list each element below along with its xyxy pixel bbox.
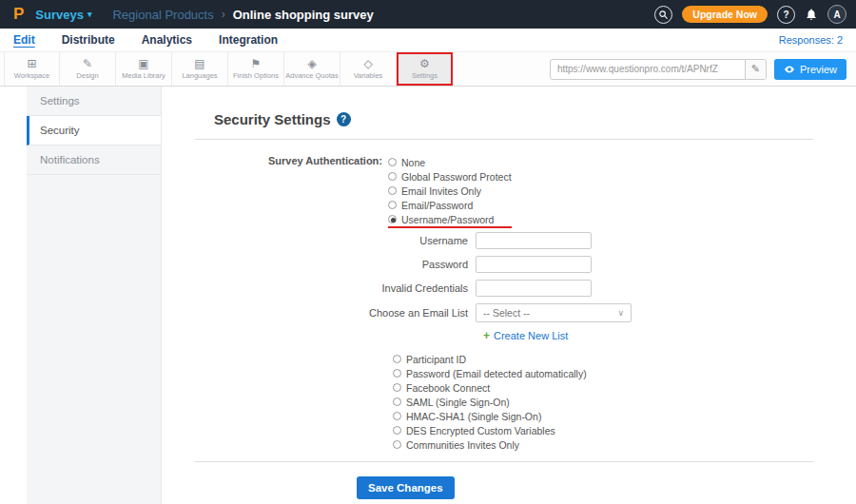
username-field[interactable] bbox=[476, 232, 592, 249]
nav-tab-integration[interactable]: Integration bbox=[219, 33, 278, 47]
radio-option-communities-invites[interactable]: Communities Invites Only bbox=[393, 437, 813, 452]
radio-option-saml[interactable]: SAML (Single Sign-On) bbox=[393, 395, 813, 409]
nav-tab-distribute[interactable]: Distribute bbox=[62, 33, 115, 47]
survey-url-box: https://www.questionpro.com/t/APNrfZ ✎ bbox=[550, 59, 767, 80]
radio-option-des-encrypted[interactable]: DES Encrypted Custom Variables bbox=[393, 423, 813, 437]
user-avatar[interactable]: A bbox=[827, 5, 846, 24]
workspace-icon: ⊞ bbox=[27, 58, 36, 69]
surveys-menu[interactable]: Surveys ▾ bbox=[35, 8, 91, 22]
radio-option-username-password[interactable]: Username/Password bbox=[388, 212, 512, 226]
toolbar-item-media-library[interactable]: ▣ Media Library bbox=[116, 52, 172, 86]
toolbar-item-label: Finish Options bbox=[233, 71, 279, 80]
top-bar: P Surveys ▾ Regional Products › Online s… bbox=[0, 0, 856, 29]
invalid-credentials-row: Invalid Credentials bbox=[195, 280, 813, 297]
radio-icon[interactable] bbox=[388, 186, 397, 195]
radio-icon[interactable] bbox=[393, 440, 401, 449]
radio-option-hmac-sha1[interactable]: HMAC-SHA1 (Single Sign-On) bbox=[393, 409, 813, 423]
toolbar-item-variables[interactable]: ◇ Variables bbox=[340, 52, 397, 86]
questionpro-logo[interactable]: P bbox=[10, 5, 28, 24]
radio-label: Username/Password bbox=[401, 214, 494, 225]
help-icon[interactable]: ? bbox=[777, 6, 795, 24]
radio-icon[interactable] bbox=[393, 412, 401, 420]
radio-icon-selected[interactable] bbox=[388, 215, 397, 223]
radio-label: HMAC-SHA1 (Single Sign-On) bbox=[406, 411, 541, 422]
breadcrumb-parent[interactable]: Regional Products bbox=[112, 8, 213, 22]
preview-button[interactable]: Preview bbox=[774, 59, 846, 80]
nav-tab-analytics[interactable]: Analytics bbox=[142, 33, 192, 47]
toolbar-item-label: Variables bbox=[354, 71, 383, 80]
radio-icon[interactable] bbox=[393, 383, 401, 392]
save-changes-button[interactable]: Save Changes bbox=[357, 476, 455, 499]
finish-options-icon: ⚑ bbox=[251, 58, 262, 69]
radio-label: Password (Email detected automatically) bbox=[406, 368, 587, 379]
nav-tab-edit[interactable]: Edit bbox=[13, 33, 35, 47]
password-field[interactable] bbox=[476, 256, 592, 273]
toolbar-item-languages[interactable]: ▤ Languages bbox=[172, 52, 228, 86]
notifications-bell-icon[interactable] bbox=[805, 8, 818, 21]
chevron-down-icon: ∨ bbox=[617, 308, 624, 318]
toolbar-item-label: Advance Quotas bbox=[285, 71, 338, 80]
invalid-credentials-field[interactable] bbox=[476, 280, 592, 297]
auth-label: Survey Authentication: bbox=[195, 155, 388, 226]
radio-icon[interactable] bbox=[388, 172, 397, 181]
radio-icon[interactable] bbox=[393, 426, 401, 435]
radio-label: SAML (Single Sign-On) bbox=[406, 397, 510, 408]
chevron-down-icon: ▾ bbox=[88, 10, 92, 19]
sidebar-item-notifications[interactable]: Notifications bbox=[27, 145, 161, 175]
radio-label: Participant ID bbox=[406, 354, 466, 365]
create-new-list-label: Create New List bbox=[494, 330, 568, 341]
radio-label: Global Password Protect bbox=[401, 171, 512, 183]
toolbar-item-design[interactable]: ✎ Design bbox=[60, 52, 116, 86]
email-list-select[interactable]: -- Select -- ∨ bbox=[476, 303, 632, 322]
radio-icon[interactable] bbox=[388, 158, 397, 166]
toolbar-item-label: Design bbox=[76, 71, 98, 80]
left-gutter bbox=[0, 87, 27, 504]
responses-count[interactable]: Responses: 2 bbox=[779, 34, 843, 46]
toolbar-item-workspace[interactable]: ⊞ Workspace bbox=[4, 52, 60, 86]
invalid-credentials-label: Invalid Credentials bbox=[195, 282, 476, 294]
search-icon[interactable] bbox=[654, 6, 672, 24]
radio-option-email-invites-only[interactable]: Email Invites Only bbox=[388, 184, 512, 198]
toolbar-item-label: Workspace bbox=[14, 71, 49, 80]
radio-icon[interactable] bbox=[388, 201, 397, 209]
radio-option-global-password-protect[interactable]: Global Password Protect bbox=[388, 169, 512, 184]
divider-bottom bbox=[195, 461, 813, 462]
page-title: Security Settings bbox=[214, 111, 331, 127]
toolbar-item-finish-options[interactable]: ⚑ Finish Options bbox=[228, 52, 284, 86]
credential-fields: Username Password Invalid Credentials Ch… bbox=[195, 232, 813, 342]
radio-option-facebook-connect[interactable]: Facebook Connect bbox=[393, 380, 813, 395]
sidebar-item-settings[interactable]: Settings bbox=[27, 87, 161, 116]
radio-option-password-email-detected[interactable]: Password (Email detected automatically) bbox=[393, 366, 813, 380]
username-label: Username bbox=[195, 235, 476, 246]
radio-icon[interactable] bbox=[393, 355, 401, 363]
auth-section: Survey Authentication: None Global Passw… bbox=[195, 155, 813, 226]
radio-label: Email Invites Only bbox=[401, 185, 481, 197]
radio-option-participant-id[interactable]: Participant ID bbox=[393, 352, 813, 366]
surveys-menu-label: Surveys bbox=[35, 8, 84, 22]
languages-icon: ▤ bbox=[194, 58, 204, 69]
toolbar-item-label: Languages bbox=[182, 71, 217, 80]
toolbar-item-settings[interactable]: ⚙ Settings bbox=[397, 52, 453, 86]
radio-option-none[interactable]: None bbox=[388, 155, 512, 169]
username-row: Username bbox=[195, 232, 813, 249]
sidebar-item-security[interactable]: Security bbox=[27, 116, 161, 145]
upgrade-now-button[interactable]: Upgrade Now bbox=[682, 6, 768, 23]
email-list-row: Choose an Email List -- Select -- ∨ bbox=[195, 303, 813, 322]
radio-icon[interactable] bbox=[393, 369, 401, 378]
settings-sidebar: Settings Security Notifications bbox=[27, 87, 162, 504]
radio-option-email-password[interactable]: Email/Password bbox=[388, 198, 512, 212]
survey-url-input[interactable]: https://www.questionpro.com/t/APNrfZ bbox=[551, 64, 745, 74]
breadcrumb-separator: › bbox=[222, 8, 225, 21]
create-new-list-link[interactable]: + Create New List bbox=[483, 329, 813, 342]
nav-bar: Edit Distribute Analytics Integration Re… bbox=[0, 29, 856, 51]
edit-url-pencil-icon[interactable]: ✎ bbox=[745, 60, 766, 79]
eye-icon bbox=[784, 64, 795, 75]
breadcrumb-current: Online shopping survey bbox=[233, 8, 374, 22]
settings-gear-icon: ⚙ bbox=[419, 58, 430, 69]
radio-icon[interactable] bbox=[393, 397, 401, 406]
password-label: Password bbox=[195, 259, 476, 270]
toolbar-right: https://www.questionpro.com/t/APNrfZ ✎ P… bbox=[550, 52, 856, 86]
security-help-icon[interactable]: ? bbox=[337, 112, 351, 126]
toolbar-item-advance-quotas[interactable]: ◈ Advance Quotas bbox=[284, 52, 340, 86]
advance-quotas-icon: ◈ bbox=[307, 58, 316, 69]
